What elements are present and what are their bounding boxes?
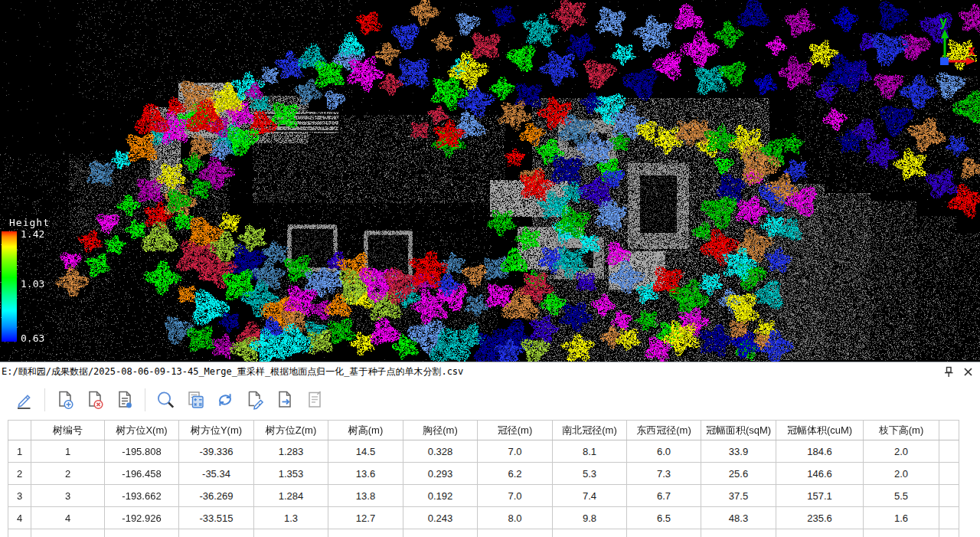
cell[interactable]: 9.8 [553,507,627,529]
cell[interactable] [403,529,478,537]
cell-filler [939,463,959,485]
column-header-11[interactable]: 冠幅体积(cuM) [776,421,864,440]
cell[interactable]: -196.458 [105,463,179,485]
cell[interactable]: 1.284 [254,485,328,507]
pin-panel-button[interactable] [942,365,955,378]
cell[interactable]: 184.6 [776,440,864,463]
cell[interactable]: -192.926 [105,507,179,529]
row-number[interactable]: 1 [8,440,31,463]
cell[interactable]: 14.5 [328,440,403,463]
point-cloud-viewport[interactable] [0,0,980,362]
column-header-5[interactable]: 树高(m) [328,421,403,440]
cell[interactable] [328,529,403,537]
table-row: 44-192.926-33.5151.312.70.2438.09.86.548… [8,507,959,529]
file-path-text: E:/颐和园/成果数据/2025-08-06-09-13-45_Merge_重采… [0,365,463,378]
cell[interactable]: 5.3 [553,463,627,485]
refresh-button[interactable] [211,386,239,414]
column-header-12[interactable]: 枝下高(m) [864,421,939,440]
cell[interactable]: 6.0 [627,440,701,463]
column-header-3[interactable]: 树方位Y(m) [179,421,254,440]
cell[interactable]: 2 [31,463,105,485]
statistics-button[interactable] [181,386,209,414]
cell[interactable]: 8.0 [478,507,553,529]
cell[interactable]: 25.6 [701,463,776,485]
cell[interactable]: -193.662 [105,485,179,507]
column-header-1[interactable]: 树编号 [31,421,105,440]
cell[interactable] [179,529,254,537]
delete-record-button[interactable] [81,386,109,414]
column-header-10[interactable]: 冠幅面积(sqM) [701,421,776,440]
row-number[interactable]: 3 [8,485,31,507]
cell[interactable]: 12.7 [328,507,403,529]
edit-pencil-button[interactable] [11,386,38,414]
tree-attribute-table: 树编号树方位X(m)树方位Y(m)树方位Z(m)树高(m)胸径(m)冠径(m)南… [8,420,959,537]
cell[interactable]: 13.8 [328,485,403,507]
cell[interactable] [864,529,939,537]
cell[interactable] [478,529,553,537]
search-button[interactable] [152,386,179,414]
column-header-7[interactable]: 冠径(m) [478,421,553,440]
modify-record-button[interactable] [241,386,269,414]
cell[interactable] [254,529,328,537]
export-record-icon [274,389,296,411]
cell[interactable]: 33.9 [701,440,776,463]
cell[interactable]: 157.1 [776,485,864,507]
cell[interactable]: 4 [31,507,105,529]
cell[interactable]: 1 [31,440,105,463]
cell[interactable]: 235.6 [776,507,864,529]
row-number[interactable]: 4 [8,507,31,529]
table-toolbar [0,381,980,418]
cell[interactable]: 0.192 [403,485,478,507]
cell[interactable] [627,529,701,537]
table-row [8,529,959,537]
close-panel-button[interactable] [962,365,974,378]
cell[interactable]: 1.353 [254,463,328,485]
cell[interactable]: 5.5 [864,485,939,507]
cell[interactable] [105,529,179,537]
cell[interactable]: 2.0 [864,463,939,485]
cell[interactable]: 37.5 [701,485,776,507]
column-header-6[interactable]: 胸径(m) [403,421,478,440]
cell[interactable] [701,529,776,537]
export-record-button[interactable] [271,386,299,414]
column-header-4[interactable]: 树方位Z(m) [254,421,328,440]
cell[interactable] [553,529,627,537]
cell[interactable]: 7.4 [553,485,627,507]
cell[interactable]: 146.6 [776,463,864,485]
add-record-button[interactable] [51,386,79,414]
cell[interactable]: -36.269 [179,485,254,507]
cell[interactable]: 1.6 [864,507,939,529]
cell[interactable]: -195.808 [105,440,179,463]
cell[interactable]: -33.515 [179,507,254,529]
report-readonly-button[interactable] [301,386,328,414]
cell[interactable]: 0.243 [403,507,478,529]
cell[interactable]: 6.2 [478,463,553,485]
column-header-9[interactable]: 东西冠径(m) [627,421,701,440]
cell[interactable]: 6.7 [627,485,701,507]
save-record-button[interactable] [111,386,139,414]
cell[interactable]: 1.3 [254,507,328,529]
cell[interactable]: -39.336 [179,440,254,463]
cell[interactable]: 13.6 [328,463,403,485]
cell[interactable]: 6.5 [627,507,701,529]
table-panel: 树编号树方位X(m)树方位Y(m)树方位Z(m)树高(m)胸径(m)冠径(m)南… [0,418,980,537]
cell[interactable]: 1.283 [254,440,328,463]
cell[interactable] [776,529,864,537]
row-header-corner[interactable] [8,421,31,440]
cell[interactable]: 7.0 [478,440,553,463]
column-header-8[interactable]: 南北冠径(m) [553,421,627,440]
cell[interactable]: 0.328 [403,440,478,463]
cell[interactable]: 0.293 [403,463,478,485]
cell[interactable] [31,529,105,537]
cell[interactable]: 7.0 [478,485,553,507]
cell[interactable]: 3 [31,485,105,507]
cell[interactable]: 2.0 [864,440,939,463]
cell[interactable] [8,529,31,537]
column-header-2[interactable]: 树方位X(m) [105,421,179,440]
cell[interactable] [939,529,959,537]
cell[interactable]: 48.3 [701,507,776,529]
cell[interactable]: -35.34 [179,463,254,485]
cell[interactable]: 7.3 [627,463,701,485]
row-number[interactable]: 2 [8,463,31,485]
cell[interactable]: 8.1 [553,440,627,463]
